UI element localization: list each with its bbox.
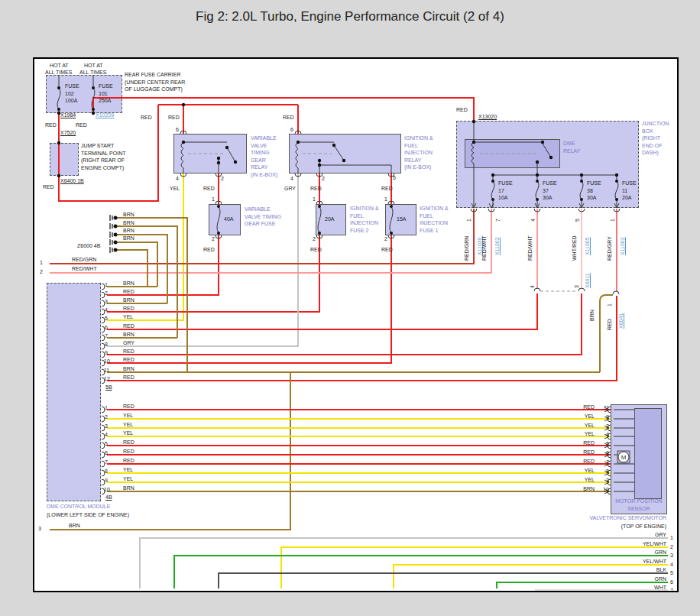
wire-blk1 (227, 148, 235, 162)
fuse-terminal (580, 198, 583, 201)
fuse-terminal (57, 86, 60, 89)
junction-dot (536, 173, 539, 177)
fuse-terminal (57, 108, 60, 111)
schematic-label: BRN (123, 280, 134, 287)
schematic-label: JUNCTION BOX (RIGHT END OF DASH) (642, 120, 669, 157)
schematic-label: RED/WHT (527, 235, 534, 261)
schematic-label: 5 (105, 315, 108, 323)
schematic-label: 1 (606, 303, 614, 306)
schematic-label: BRN (123, 297, 134, 304)
connector-link[interactable]: X11002 (619, 237, 627, 255)
schematic-label: VARIABLE VALVE TIMING GEAR RELAY (IN E-B… (251, 135, 277, 178)
schematic-label: BRN (123, 485, 134, 492)
relay-coil (181, 142, 183, 168)
fuse-element (536, 181, 539, 199)
schematic-label: 7 (597, 459, 609, 466)
connector-pin-icon (613, 291, 619, 294)
schematic-label: RED (310, 246, 322, 254)
junction-dot (217, 157, 220, 160)
schematic-label: RED (566, 404, 595, 411)
schematic-label: BRN (123, 365, 134, 373)
schematic-label: FUSE 102 100A (65, 83, 79, 105)
schematic-label: 6 (597, 449, 609, 457)
schematic-label: RED (141, 114, 152, 122)
schematic-label: IGNITION & FUEL INJECTION RELAY (IN E-BO… (404, 135, 433, 171)
schematic-label: 5B (105, 384, 112, 391)
schematic-label: YEL (123, 466, 133, 474)
schematic-label: YEL (566, 413, 595, 420)
schematic-label: 3 (597, 477, 609, 485)
schematic-label: YEL/WHT (590, 540, 666, 548)
schematic-label: 4 (670, 561, 673, 569)
schematic-label: X7520 (60, 129, 76, 137)
schematic-label: RED (123, 457, 134, 465)
junction-dot (536, 160, 539, 164)
schematic-label: RED/WHT (72, 265, 97, 273)
schematic-label: REAR FUSE CARRIER (UNDER CENTER REAR OF … (125, 71, 185, 93)
connector-link[interactable]: X11005 (584, 237, 591, 255)
connector-link[interactable]: X10209 (96, 112, 114, 119)
fuse-terminal (536, 198, 539, 201)
schematic-label: 5 (597, 440, 609, 448)
schematic-label: 6 (105, 324, 108, 332)
schematic-label: RED (123, 403, 134, 410)
schematic-label: 6 (176, 126, 179, 134)
schematic-label: 2 (597, 423, 609, 430)
schematic-label: 2 (384, 235, 387, 243)
schematic-label: 3 (573, 285, 581, 288)
schematic-label: RED (566, 458, 595, 465)
wire-blk1 (319, 165, 391, 173)
schematic-label: ALL TIMES (79, 69, 106, 76)
schematic-label: DME CONTROL MODULE (47, 503, 110, 511)
schematic-label: (TOP OF ENGINE) (567, 523, 666, 530)
schematic-label: 2 (40, 268, 43, 276)
junction-dot (541, 141, 544, 144)
connector-link[interactable]: X6011 (584, 273, 591, 288)
schematic-label: 4 (105, 431, 108, 439)
schematic-label: 7 (105, 332, 108, 340)
fuse-element (57, 88, 60, 109)
schematic-label: 7 (494, 219, 502, 222)
schematic-label: BLK (590, 566, 666, 574)
motor-label: M (621, 454, 627, 461)
schematic-label: RED (203, 246, 215, 254)
schematic-label: GRY (123, 339, 134, 347)
schematic-label: RED (123, 356, 134, 364)
schematic-label: 2 (670, 543, 673, 551)
schematic-label: 3 (670, 552, 673, 559)
schematic-label: X6400 1B (60, 177, 84, 185)
schematic-label: RED (123, 448, 134, 456)
schematic-label: MOTOR POSITION (611, 498, 667, 505)
schematic-label: RED (566, 439, 595, 447)
schematic-label: RED (203, 185, 215, 193)
page: { "title": "Fig 2: 2.0L Turbo, Engine Pe… (0, 0, 700, 616)
schematic-label: 8 (105, 468, 108, 475)
schematic-label: BRN (69, 522, 80, 530)
schematic-label: RED (123, 374, 134, 381)
connector-link[interactable]: X11002 (494, 237, 501, 255)
schematic-label: BRN (123, 235, 134, 242)
fuse-element (217, 206, 220, 233)
schematic-label: BRN (566, 485, 595, 493)
schematic-label: 10 (104, 486, 110, 494)
schematic-label: YEL (566, 476, 595, 484)
schematic-label: 3 (38, 525, 41, 533)
fuse-terminal (615, 180, 618, 183)
ground-dot (114, 216, 118, 220)
schematic-label: YEL (123, 313, 133, 321)
schematic-label: JUMP START TERMINAL POINT (RIGHT REAR OF… (81, 142, 125, 171)
junction-dot (472, 120, 475, 123)
fuse-terminal (491, 198, 494, 201)
schematic-label: BRN (123, 219, 134, 227)
schematic-label: YEL (566, 467, 595, 475)
schematic-label: DME RELAY (563, 140, 580, 154)
schematic-label: 10 (104, 358, 110, 365)
ground-dot (114, 248, 118, 252)
schematic-label: 1 (670, 534, 673, 542)
junction-dot (549, 156, 553, 159)
junction-dot (234, 160, 237, 164)
ground-dot (114, 233, 118, 237)
junction-dot (217, 161, 220, 164)
connector-link[interactable]: X6041 (617, 313, 625, 329)
junction-dot (182, 103, 185, 106)
